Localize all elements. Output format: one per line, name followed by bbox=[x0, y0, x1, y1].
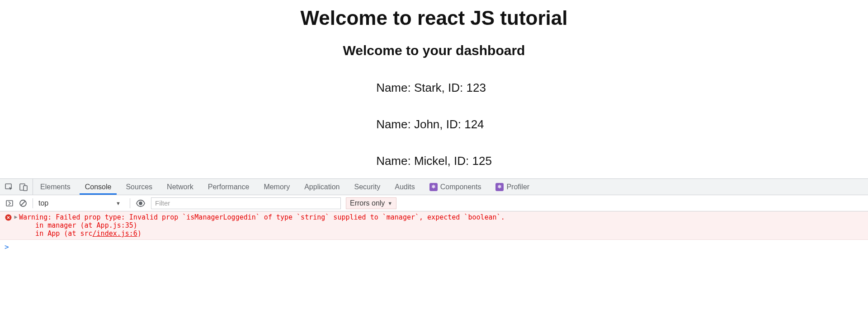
tab-label: Network bbox=[167, 183, 193, 191]
prompt-chevron-icon: > bbox=[5, 243, 9, 251]
tab-label: Elements bbox=[40, 183, 71, 191]
devtools-tabbar-left bbox=[5, 179, 33, 195]
log-message: Warning: Failed prop type: Invalid prop … bbox=[19, 213, 868, 238]
context-select[interactable]: top ▼ bbox=[38, 199, 124, 207]
sidebar-toggle-icon[interactable] bbox=[5, 199, 14, 207]
log-level-select[interactable]: Errors only ▼ bbox=[346, 197, 396, 209]
tab-label: Audits bbox=[395, 183, 415, 191]
page-subtitle: Welcome to your dashboard bbox=[343, 43, 525, 58]
devtools-panel: ElementsConsoleSourcesNetworkPerformance… bbox=[0, 178, 868, 323]
context-select-value: top bbox=[38, 199, 48, 207]
svg-point-6 bbox=[139, 202, 142, 205]
eye-icon[interactable] bbox=[136, 199, 146, 207]
clear-console-icon[interactable] bbox=[19, 199, 27, 207]
expand-icon[interactable]: ▶ bbox=[13, 213, 19, 220]
tab-application[interactable]: Application bbox=[297, 179, 347, 195]
tab-security[interactable]: Security bbox=[347, 179, 387, 195]
console-prompt[interactable]: > bbox=[0, 240, 868, 254]
tab-profiler[interactable]: ⚛Profiler bbox=[488, 179, 537, 195]
divider bbox=[130, 198, 130, 208]
employee-list: Name: Stark, ID: 123Name: John, ID: 124N… bbox=[376, 81, 492, 191]
console-log-row[interactable]: ▶Warning: Failed prop type: Invalid prop… bbox=[0, 211, 868, 240]
tab-label: Sources bbox=[126, 183, 152, 191]
tab-network[interactable]: Network bbox=[160, 179, 201, 195]
tab-sources[interactable]: Sources bbox=[118, 179, 160, 195]
tab-label: Security bbox=[354, 183, 380, 191]
chevron-down-icon: ▼ bbox=[387, 201, 392, 206]
device-toggle-icon[interactable] bbox=[19, 183, 28, 192]
react-icon: ⚛ bbox=[495, 183, 504, 191]
inspect-icon[interactable] bbox=[5, 183, 14, 192]
tab-label: Console bbox=[85, 183, 112, 191]
tab-label: Application bbox=[304, 183, 340, 191]
error-icon bbox=[4, 213, 13, 221]
svg-line-5 bbox=[21, 201, 25, 206]
tab-memory[interactable]: Memory bbox=[256, 179, 297, 195]
tab-label: Components bbox=[440, 183, 481, 191]
devtools-tabs: ElementsConsoleSourcesNetworkPerformance… bbox=[33, 179, 537, 195]
svg-rect-3 bbox=[6, 201, 13, 206]
tab-performance[interactable]: Performance bbox=[201, 179, 257, 195]
react-icon: ⚛ bbox=[429, 183, 438, 191]
employee-row: Name: Mickel, ID: 125 bbox=[376, 154, 492, 168]
page-content: Welcome to react JS tutorial Welcome to … bbox=[0, 0, 868, 178]
tab-audits[interactable]: Audits bbox=[387, 179, 422, 195]
tab-elements[interactable]: Elements bbox=[33, 179, 78, 195]
tab-components[interactable]: ⚛Components bbox=[422, 179, 489, 195]
chevron-down-icon: ▼ bbox=[116, 201, 121, 206]
console-toolbar: top ▼ Errors only ▼ bbox=[0, 195, 868, 211]
tab-console[interactable]: Console bbox=[78, 179, 119, 195]
employee-row: Name: Stark, ID: 123 bbox=[376, 81, 492, 95]
tab-label: Profiler bbox=[506, 183, 529, 191]
divider bbox=[33, 198, 33, 208]
console-output: ▶Warning: Failed prop type: Invalid prop… bbox=[0, 211, 868, 323]
employee-row: Name: John, ID: 124 bbox=[376, 117, 492, 131]
page-title: Welcome to react JS tutorial bbox=[301, 7, 568, 29]
devtools-tabbar: ElementsConsoleSourcesNetworkPerformance… bbox=[0, 179, 868, 195]
svg-rect-2 bbox=[24, 186, 27, 191]
filter-input[interactable] bbox=[151, 197, 341, 209]
tab-label: Performance bbox=[208, 183, 250, 191]
tab-label: Memory bbox=[264, 183, 290, 191]
log-level-value: Errors only bbox=[350, 199, 385, 207]
